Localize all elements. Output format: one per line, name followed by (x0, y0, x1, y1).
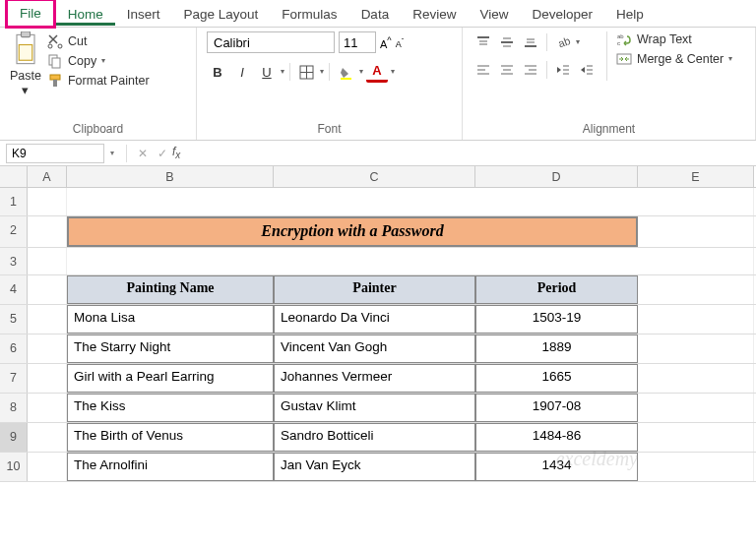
align-middle-button[interactable] (496, 31, 518, 53)
cancel-icon[interactable]: ✕ (133, 147, 153, 160)
cell[interactable] (28, 305, 67, 334)
cut-button[interactable]: Cut (47, 33, 150, 49)
chevron-down-icon[interactable]: ▾ (359, 67, 363, 76)
underline-button[interactable]: U (256, 61, 278, 83)
align-center-button[interactable] (496, 59, 518, 81)
col-header-a[interactable]: A (28, 166, 67, 187)
row-header[interactable]: 4 (0, 275, 28, 304)
chevron-down-icon[interactable]: ▾ (576, 37, 580, 46)
borders-button[interactable] (295, 61, 317, 83)
tab-formulas[interactable]: Formulas (270, 2, 348, 26)
header-cell[interactable]: Painting Name (67, 275, 274, 304)
cell[interactable]: Mona Lisa (67, 305, 274, 334)
decrease-font-button[interactable]: Aˇ (396, 36, 405, 49)
copy-button[interactable]: Copy▾ (47, 53, 150, 69)
cell[interactable]: Vincent Van Gogh (274, 334, 475, 363)
row-header[interactable]: 3 (0, 248, 28, 275)
tab-review[interactable]: Review (401, 2, 468, 26)
cell[interactable] (638, 334, 754, 363)
chevron-down-icon[interactable]: ▾ (391, 67, 395, 76)
align-right-button[interactable] (520, 59, 541, 81)
chevron-down-icon[interactable]: ▾ (728, 54, 732, 63)
chevron-down-icon[interactable]: ▾ (281, 67, 284, 76)
chevron-down-icon[interactable]: ▾ (320, 67, 324, 76)
row-header[interactable]: 6 (0, 334, 28, 363)
font-name-input[interactable] (207, 31, 335, 53)
cell[interactable]: 1503-19 (475, 305, 638, 334)
font-color-button[interactable]: A (366, 61, 388, 83)
format-painter-button[interactable]: Format Painter (47, 73, 150, 89)
increase-font-button[interactable]: A^ (380, 35, 392, 50)
tab-page-layout[interactable]: Page Layout (172, 2, 271, 26)
col-header-b[interactable]: B (67, 166, 274, 187)
row-header[interactable]: 5 (0, 305, 28, 334)
enter-icon[interactable]: ✓ (153, 147, 172, 160)
cell[interactable] (638, 423, 754, 452)
fill-color-button[interactable] (335, 61, 356, 83)
bold-button[interactable]: B (207, 61, 228, 83)
row-header[interactable]: 9 (0, 423, 28, 452)
cell[interactable]: Johannes Vermeer (274, 364, 475, 393)
cell[interactable]: The Arnolfini (67, 453, 274, 481)
cell[interactable]: 1907-08 (475, 394, 638, 422)
wrap-text-button[interactable]: abcWrap Text (616, 32, 732, 46)
chevron-down-icon[interactable]: ▾ (22, 83, 29, 97)
cell[interactable] (638, 394, 754, 422)
cell[interactable] (28, 453, 67, 481)
align-left-button[interactable] (472, 59, 494, 81)
cell[interactable]: Jan Van Eyck (274, 453, 475, 481)
cell[interactable]: Sandro Botticeli (274, 423, 475, 452)
tab-developer[interactable]: Developer (520, 2, 604, 26)
cell[interactable] (28, 334, 67, 363)
cell[interactable] (638, 453, 754, 481)
group-clipboard-label: Clipboard (10, 120, 186, 138)
tab-view[interactable]: View (468, 2, 520, 26)
title-cell[interactable]: Encryption with a Password (67, 216, 638, 247)
col-header-d[interactable]: D (475, 166, 638, 187)
row-header[interactable]: 2 (0, 216, 28, 247)
fx-icon[interactable]: fx (172, 145, 180, 160)
italic-button[interactable]: I (231, 61, 253, 83)
cell[interactable]: The Starry Night (67, 334, 274, 363)
name-box[interactable]: K9 (6, 144, 104, 163)
cell[interactable]: Leonardo Da Vinci (274, 305, 475, 334)
align-bottom-button[interactable] (520, 31, 541, 53)
select-all-corner[interactable] (0, 166, 28, 187)
copy-icon (47, 53, 63, 69)
tab-data[interactable]: Data (349, 2, 402, 26)
paste-button[interactable]: Paste ▾ (10, 31, 41, 97)
header-cell[interactable]: Painter (274, 275, 475, 304)
font-size-input[interactable] (339, 31, 376, 53)
tab-file[interactable]: File (5, 0, 56, 29)
cell[interactable]: The Kiss (67, 394, 274, 422)
cell[interactable] (638, 364, 754, 393)
chevron-down-icon[interactable]: ▾ (101, 56, 105, 65)
cell[interactable]: Gustav Klimt (274, 394, 475, 422)
header-cell[interactable]: Period (475, 275, 638, 304)
decrease-indent-button[interactable] (552, 59, 574, 81)
row-header[interactable]: 10 (0, 453, 28, 481)
cell[interactable] (638, 305, 754, 334)
row-header[interactable]: 1 (0, 188, 28, 215)
cell[interactable]: Girl with a Pearl Earring (67, 364, 274, 393)
row-header[interactable]: 7 (0, 364, 28, 393)
formula-input[interactable] (186, 144, 756, 163)
tab-help[interactable]: Help (604, 2, 656, 26)
chevron-down-icon[interactable]: ▾ (110, 149, 114, 157)
col-header-c[interactable]: C (274, 166, 475, 187)
cell[interactable]: The Birth of Venus (67, 423, 274, 452)
cell[interactable] (28, 364, 67, 393)
merge-center-button[interactable]: Merge & Center▾ (616, 52, 732, 66)
cell[interactable] (28, 423, 67, 452)
tab-home[interactable]: Home (56, 2, 115, 26)
align-right-icon (523, 62, 538, 78)
increase-indent-button[interactable] (576, 59, 598, 81)
row-header[interactable]: 8 (0, 394, 28, 422)
col-header-e[interactable]: E (638, 166, 754, 187)
cell[interactable] (28, 394, 67, 422)
orientation-button[interactable]: ab (552, 31, 574, 53)
cell[interactable]: 1665 (475, 364, 638, 393)
tab-insert[interactable]: Insert (115, 2, 172, 26)
align-top-button[interactable] (472, 31, 494, 53)
cell[interactable]: 1889 (475, 334, 638, 363)
